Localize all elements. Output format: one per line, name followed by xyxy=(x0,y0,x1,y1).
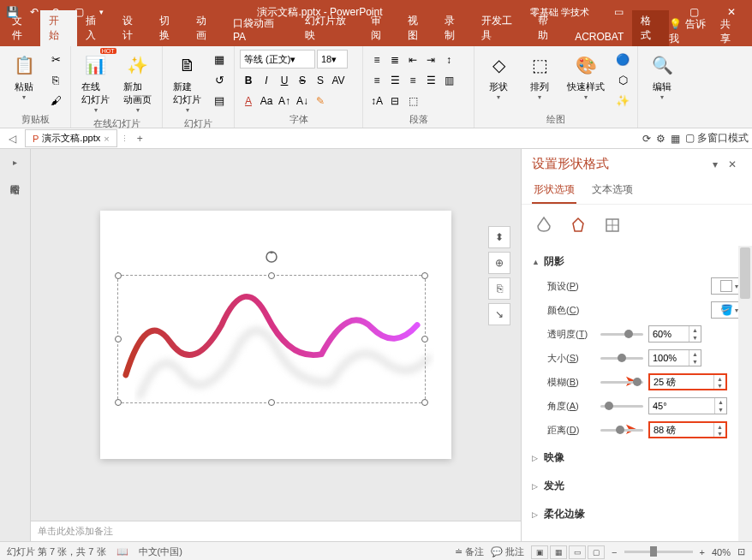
tab-review[interactable]: 审阅 xyxy=(362,10,399,46)
tab-design[interactable]: 设计 xyxy=(114,10,151,46)
blur-slider[interactable] xyxy=(600,381,643,384)
format-painter-icon[interactable]: 🖌 xyxy=(46,91,65,110)
resize-handle[interactable] xyxy=(268,399,275,406)
angle-slider[interactable] xyxy=(600,405,643,408)
bold-button[interactable]: B xyxy=(240,72,257,89)
font-name-select[interactable]: 等线 (正文) ▾ xyxy=(240,50,315,69)
justify-button[interactable]: ☰ xyxy=(422,72,439,89)
color-combo[interactable]: 🪣▾ xyxy=(711,301,742,319)
comments-toggle[interactable]: 💬 批注 xyxy=(491,545,524,558)
clear-format-button[interactable]: ✎ xyxy=(312,92,329,110)
transparency-slider[interactable] xyxy=(600,333,643,336)
align-right-button[interactable]: ≡ xyxy=(404,72,421,89)
tab-format[interactable]: 格式 xyxy=(632,10,669,46)
reading-view-icon[interactable]: ▭ xyxy=(569,545,586,559)
italic-button[interactable]: I xyxy=(258,72,275,89)
size-slider[interactable] xyxy=(600,357,643,360)
zoom-out-icon[interactable]: − xyxy=(612,547,617,557)
nav-prev-icon[interactable]: ◁ xyxy=(3,133,21,145)
layout-tool-icon[interactable]: ⬍ xyxy=(488,226,510,248)
shape-outline-icon[interactable]: ⬡ xyxy=(613,70,632,89)
online-slide-button[interactable]: 📊HOT 在线 幻灯片 ▾ xyxy=(76,50,115,116)
distance-spinner[interactable]: 88 磅▲▼ xyxy=(648,421,727,438)
blur-spinner[interactable]: 25 磅▲▼ xyxy=(648,373,727,390)
selection-box[interactable] xyxy=(117,275,426,403)
numbering-button[interactable]: ≣ xyxy=(386,51,403,69)
reset-icon[interactable]: ↺ xyxy=(210,70,229,89)
zoom-level[interactable]: 40% xyxy=(712,547,731,557)
resize-handle[interactable] xyxy=(421,336,428,343)
line-spacing-button[interactable]: ↕ xyxy=(440,51,457,69)
pane-close-icon[interactable]: ✕ xyxy=(723,157,742,172)
share-button[interactable]: 共享 xyxy=(720,17,740,46)
tab-help[interactable]: 帮助 xyxy=(529,10,566,46)
indent-dec-button[interactable]: ⇤ xyxy=(404,51,421,69)
layout-icon[interactable]: ▦ xyxy=(210,50,229,69)
language-indicator[interactable]: 中文(中国) xyxy=(139,545,182,558)
quick-styles-button[interactable]: 🎨 快速样式 ▾ xyxy=(562,50,610,103)
strikethrough-button[interactable]: S xyxy=(294,72,311,89)
copy-icon[interactable]: ⎘ xyxy=(46,70,65,89)
align-left-button[interactable]: ≡ xyxy=(368,72,385,89)
align-center-button[interactable]: ☰ xyxy=(386,72,403,89)
resize-handle[interactable] xyxy=(115,336,122,343)
copy-tool-icon[interactable]: ⎘ xyxy=(488,277,510,300)
tab-acrobat[interactable]: ACROBAT xyxy=(566,27,632,46)
section-reflection-header[interactable]: ▷ 映像 xyxy=(532,445,742,470)
slide-canvas[interactable] xyxy=(100,211,451,459)
underline-button[interactable]: U xyxy=(276,72,293,89)
tab-pocket-anim[interactable]: 口袋动画 PA xyxy=(224,13,296,46)
rotate-handle-icon[interactable] xyxy=(265,250,278,264)
change-case-button[interactable]: Aa xyxy=(258,92,275,110)
sorter-view-icon[interactable]: ▦ xyxy=(550,545,567,559)
section-icon[interactable]: ▤ xyxy=(210,91,229,110)
notes-area[interactable]: 单击此处添加备注 xyxy=(31,521,521,541)
editing-button[interactable]: 🔍 编辑 ▾ xyxy=(643,50,681,103)
new-anim-page-button[interactable]: ✨ 新加 动画页 ▾ xyxy=(118,50,157,116)
indent-inc-button[interactable]: ⇥ xyxy=(422,51,439,69)
tab-slideshow[interactable]: 幻灯片放映 xyxy=(296,10,363,46)
resize-handle[interactable] xyxy=(421,272,428,279)
resize-handle[interactable] xyxy=(115,272,122,279)
shrink-font-button[interactable]: A↓ xyxy=(294,92,311,110)
new-tab-icon[interactable]: + xyxy=(132,133,148,145)
transparency-spinner[interactable]: 60%▲▼ xyxy=(648,325,701,343)
tab-close-icon[interactable]: × xyxy=(104,134,109,144)
zoom-in-icon[interactable]: + xyxy=(700,547,705,557)
section-shadow-header[interactable]: ▲ 阴影 xyxy=(532,249,742,274)
document-tab[interactable]: P 演示文稿.pptx × xyxy=(25,129,117,147)
new-slide-button[interactable]: 🗎 新建 幻灯片 ▾ xyxy=(168,50,206,116)
slideshow-view-icon[interactable]: ▢ xyxy=(588,545,605,559)
size-props-icon[interactable] xyxy=(600,213,624,237)
font-color-button[interactable]: A xyxy=(240,92,257,110)
shadow-text-button[interactable]: S xyxy=(312,72,329,89)
resize-handle[interactable] xyxy=(421,399,428,406)
resize-handle[interactable] xyxy=(268,272,275,279)
tab-dropdown-icon[interactable]: ⋮ xyxy=(121,134,128,143)
char-spacing-button[interactable]: AV xyxy=(330,72,347,89)
zoom-slider[interactable] xyxy=(624,551,693,553)
fill-line-icon[interactable] xyxy=(532,213,556,237)
columns-button[interactable]: ▥ xyxy=(440,72,457,89)
expand-thumbnails-icon[interactable]: ▸ xyxy=(13,158,17,167)
arrange-button[interactable]: ⬚ 排列 ▾ xyxy=(521,50,558,103)
resize-handle[interactable] xyxy=(115,399,122,406)
cut-icon[interactable]: ✂ xyxy=(46,50,65,69)
pane-menu-icon[interactable]: ▾ xyxy=(707,157,723,172)
grid-icon[interactable]: ▦ xyxy=(671,133,680,145)
design-tool-icon[interactable]: ⊕ xyxy=(488,252,510,274)
tab-transitions[interactable]: 切换 xyxy=(151,10,188,46)
grow-font-button[interactable]: A↑ xyxy=(276,92,293,110)
fit-window-icon[interactable]: ⊡ xyxy=(737,546,745,557)
size-spinner[interactable]: 100%▲▼ xyxy=(648,349,701,366)
tab-insert[interactable]: 插入 xyxy=(77,10,114,46)
tab-record[interactable]: 录制 xyxy=(436,10,473,46)
text-direction-button[interactable]: ↕A xyxy=(368,92,385,110)
shape-effects-icon[interactable]: ✨ xyxy=(613,91,632,110)
pane-tab-shape[interactable]: 形状选项 xyxy=(532,179,576,204)
distance-slider[interactable] xyxy=(600,429,643,432)
spell-check-icon[interactable]: 📖 xyxy=(116,546,128,557)
section-glow-header[interactable]: ▷ 发光 xyxy=(532,474,742,498)
refresh-icon[interactable]: ⟳ xyxy=(642,133,651,145)
section-soft-edges-header[interactable]: ▷ 柔化边缘 xyxy=(532,502,742,527)
